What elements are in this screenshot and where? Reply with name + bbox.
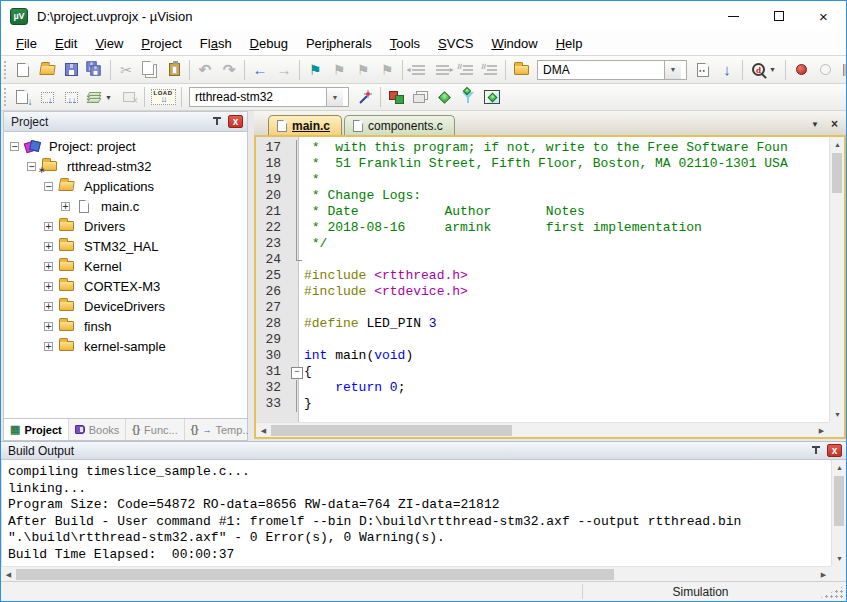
tab-books[interactable]: Books	[69, 419, 127, 440]
find-in-files-button[interactable]	[509, 59, 533, 81]
maximize-button[interactable]	[756, 1, 801, 31]
collapse-icon[interactable]: −	[27, 162, 36, 171]
scrollbar-thumb[interactable]	[832, 153, 842, 193]
resize-grip[interactable]	[818, 586, 844, 599]
configure-find-button[interactable]: d ▼	[746, 59, 782, 81]
previous-bookmark-button[interactable]: ⚑	[327, 59, 351, 81]
editor-vertical-scrollbar[interactable]: ▲ ▼	[829, 137, 844, 422]
tree-item-devicedrivers[interactable]: +DeviceDrivers	[4, 296, 247, 316]
find-combo-dropdown-button[interactable]: ▼	[664, 61, 681, 79]
scroll-up-icon[interactable]: ▲	[832, 460, 847, 475]
tab-list-dropdown-button[interactable]: ▼	[811, 120, 819, 129]
new-file-button[interactable]	[11, 59, 35, 81]
paste-button[interactable]	[162, 59, 186, 81]
unindent-button[interactable]	[406, 59, 430, 81]
project-panel-close-button[interactable]: x	[228, 115, 243, 128]
download-button[interactable]: LOAD↓↓	[148, 86, 178, 108]
build-output-close-button[interactable]: x	[827, 444, 842, 457]
menu-flash[interactable]: Flash	[191, 33, 241, 54]
next-bookmark-button[interactable]: ⚑	[351, 59, 375, 81]
expand-icon[interactable]: +	[44, 342, 53, 351]
tree-item-finsh[interactable]: +finsh	[4, 316, 247, 336]
menu-tools[interactable]: Tools	[381, 33, 429, 54]
tree-item-rtthread-stm32[interactable]: −rtthread-stm32	[4, 156, 247, 176]
expand-icon[interactable]: +	[44, 222, 53, 231]
menu-help[interactable]: Help	[547, 33, 592, 54]
menu-view[interactable]: View	[86, 33, 132, 54]
navigate-forward-button[interactable]: →	[272, 59, 296, 81]
scroll-down-icon[interactable]: ▼	[830, 407, 845, 422]
expand-icon[interactable]: +	[44, 262, 53, 271]
toolbar-grip[interactable]	[3, 87, 8, 107]
minimize-button[interactable]	[711, 1, 756, 31]
menu-window[interactable]: Window	[482, 33, 546, 54]
undo-button[interactable]: ↶	[193, 59, 217, 81]
menu-svcs[interactable]: SVCS	[429, 33, 482, 54]
build-horizontal-scrollbar[interactable]: ◀ ▶	[1, 566, 831, 581]
tree-item-applications[interactable]: −Applications	[4, 176, 247, 196]
scroll-right-icon[interactable]: ▶	[814, 423, 829, 438]
rebuild-all-button[interactable]: ↓↓	[59, 86, 83, 108]
copy-button[interactable]	[138, 59, 162, 81]
tree-item-main-c[interactable]: +main.c	[4, 196, 247, 216]
expand-icon[interactable]: +	[44, 282, 53, 291]
menu-peripherals[interactable]: Peripherals	[297, 33, 381, 54]
tree-item-kernel-sample[interactable]: +kernel-sample	[4, 336, 247, 356]
tree-item-drivers[interactable]: +Drivers	[4, 216, 247, 236]
open-file-button[interactable]	[35, 59, 59, 81]
scroll-right-icon[interactable]: ▶	[816, 567, 831, 582]
pack-installer-button[interactable]	[480, 86, 504, 108]
build-vertical-scrollbar[interactable]: ▲ ▼	[831, 460, 846, 566]
expand-icon[interactable]: +	[44, 302, 53, 311]
scroll-down-icon[interactable]: ▼	[832, 551, 847, 566]
indent-button[interactable]	[430, 59, 454, 81]
redo-button[interactable]: ↷	[217, 59, 241, 81]
cut-button[interactable]: ✂	[114, 59, 138, 81]
find-combo-input[interactable]	[538, 62, 664, 78]
toggle-breakpoint-button[interactable]	[789, 59, 813, 81]
options-for-target-button[interactable]	[353, 86, 377, 108]
save-all-button[interactable]	[83, 59, 107, 81]
scroll-up-icon[interactable]: ▲	[830, 137, 845, 152]
collapse-icon[interactable]: −	[10, 142, 19, 151]
pin-icon[interactable]	[811, 445, 820, 456]
select-packs-button[interactable]	[456, 86, 480, 108]
clear-bookmarks-button[interactable]: ⚑	[375, 59, 399, 81]
scrollbar-thumb[interactable]	[16, 569, 614, 580]
pin-icon[interactable]	[212, 116, 221, 127]
find-in-document-button[interactable]	[691, 59, 715, 81]
target-combo-dropdown-button[interactable]: ▼	[326, 88, 343, 106]
disable-breakpoint-button[interactable]	[813, 59, 837, 81]
incremental-find-button[interactable]: ↓	[715, 59, 739, 81]
expand-icon[interactable]: +	[61, 202, 70, 211]
run-time-environment-button[interactable]	[432, 86, 456, 108]
tab-project[interactable]: ▦ Project	[4, 419, 69, 440]
comment-button[interactable]	[454, 59, 478, 81]
expand-icon[interactable]: +	[44, 242, 53, 251]
tree-item-project-project[interactable]: −Project: project	[4, 136, 247, 156]
tab-functions[interactable]: {} Func...	[126, 419, 184, 440]
navigate-back-button[interactable]: ←	[248, 59, 272, 81]
menu-edit[interactable]: Edit	[46, 33, 86, 54]
translate-file-button[interactable]: ↓	[11, 86, 35, 108]
save-button[interactable]	[59, 59, 83, 81]
scroll-left-icon[interactable]: ◀	[256, 423, 271, 438]
build-button[interactable]: ↓	[35, 86, 59, 108]
tree-item-stm32-hal[interactable]: +STM32_HAL	[4, 236, 247, 256]
build-output-text[interactable]: compiling timeslice_sample.c...linking..…	[1, 460, 831, 566]
project-windows-button[interactable]	[408, 86, 432, 108]
batch-build-button[interactable]: ▼	[83, 86, 117, 108]
target-combo-input[interactable]	[190, 89, 326, 105]
close-button[interactable]: ×	[801, 1, 846, 31]
code-view[interactable]: 17 * with this program; if not, write to…	[256, 137, 829, 422]
stop-build-button[interactable]	[117, 86, 141, 108]
tab-main-c[interactable]: main.c	[268, 115, 342, 136]
menu-file[interactable]: File	[7, 33, 46, 54]
scroll-left-icon[interactable]: ◀	[1, 567, 16, 582]
title-bar[interactable]: µV D:\project.uvprojx - µVision ×	[1, 1, 846, 31]
fold-collapse-icon[interactable]	[290, 364, 304, 380]
scrollbar-thumb[interactable]	[271, 425, 512, 436]
expand-icon[interactable]: +	[44, 322, 53, 331]
manage-project-items-button[interactable]	[384, 86, 408, 108]
document-close-button[interactable]: ×	[831, 117, 838, 131]
